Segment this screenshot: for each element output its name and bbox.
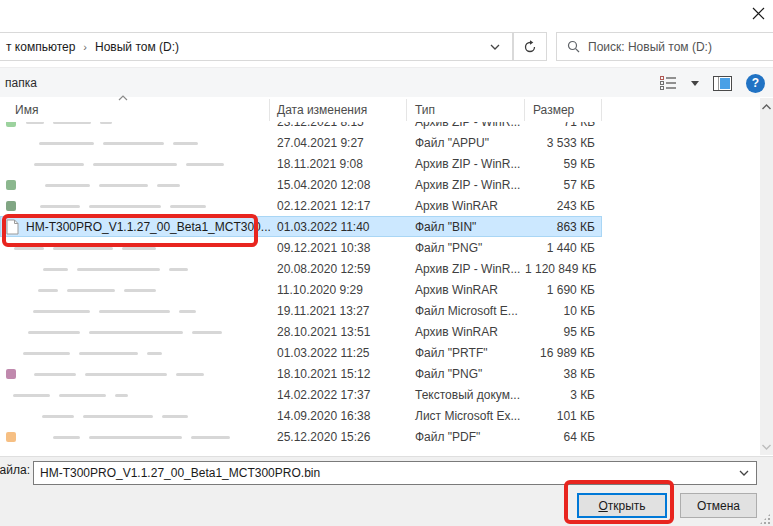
breadcrumb-separator-icon: ›: [81, 41, 89, 53]
close-button[interactable]: [746, 2, 770, 24]
file-row[interactable]: 19.11.2021 13:27 Файл Microsoft E... 10 …: [0, 300, 602, 321]
file-type: Архив ZIP - WinR...: [407, 178, 525, 192]
resize-grip[interactable]: [759, 513, 771, 525]
file-row[interactable]: 25.12.2020 15:26 Файл "PDF" 64 КБ: [0, 426, 602, 447]
close-icon: [752, 7, 765, 20]
help-icon[interactable]: ?: [746, 74, 765, 93]
search-icon: [567, 40, 580, 53]
redacted-name: [13, 388, 137, 402]
file-size: 1 440 КБ: [525, 241, 602, 255]
file-row[interactable]: 02.12.2021 12:17 Архив WinRAR 243 КБ: [0, 195, 602, 216]
search-box[interactable]: Поиск: Новый том (D:): [556, 32, 773, 61]
file-type: Архив ZIP - WinR...: [407, 157, 525, 171]
file-row[interactable]: 14.09.2020 16:38 Лист Microsoft Ex... 10…: [0, 405, 602, 426]
refresh-icon: [523, 40, 537, 54]
cancel-button[interactable]: Отмена: [680, 493, 757, 518]
file-type: Архив ZIP - WinR...: [407, 122, 525, 129]
file-type: Лист Microsoft Ex...: [407, 409, 525, 423]
file-size: 101 КБ: [525, 409, 602, 423]
redacted-name: [34, 367, 213, 381]
file-type: Файл "PNG": [407, 241, 525, 255]
vertical-scrollbar[interactable]: [760, 98, 773, 455]
column-header-name[interactable]: Имя: [0, 99, 270, 121]
list-view-icon[interactable]: [660, 76, 677, 90]
redacted-name: [42, 409, 197, 423]
filename-dropdown-button[interactable]: [732, 462, 756, 484]
preview-pane-icon[interactable]: [713, 76, 732, 91]
file-row[interactable]: 27.04.2021 9:27 Файл "APPU" 3 533 КБ: [0, 132, 602, 153]
view-options-chevron-icon[interactable]: [691, 81, 699, 86]
sort-ascending-icon[interactable]: [118, 95, 128, 101]
file-size: 64 КБ: [525, 430, 602, 444]
redacted-name: [43, 262, 197, 276]
file-type: Файл "PNG": [407, 367, 525, 381]
file-row[interactable]: 20.08.2020 12:59 Архив ZIP - WinR... 1 1…: [0, 258, 602, 279]
column-header-date[interactable]: Дата изменения: [270, 99, 407, 121]
file-row[interactable]: 18.10.2021 15:12 Файл "PNG" 38 КБ: [0, 363, 602, 384]
file-type: Архив WinRAR: [407, 325, 525, 339]
file-date: 20.08.2020 12:59: [270, 262, 407, 276]
redacted-name: [53, 430, 239, 444]
file-date: 14.02.2022 17:37: [270, 388, 407, 402]
filename-input[interactable]: [34, 466, 732, 480]
file-date: 15.04.2020 12:08: [270, 178, 407, 192]
breadcrumb[interactable]: т компьютер › Новый том (D:): [0, 32, 513, 61]
new-folder-button[interactable]: папка: [0, 76, 37, 90]
file-type: Файл Microsoft E...: [407, 304, 525, 318]
redacted-name: [26, 122, 121, 129]
file-date: 18.10.2021 15:12: [270, 367, 407, 381]
address-dropdown-button[interactable]: [484, 33, 506, 60]
breadcrumb-item-drive[interactable]: Новый том (D:): [89, 40, 185, 54]
refresh-button[interactable]: [513, 32, 547, 61]
column-header-type[interactable]: Тип: [407, 99, 525, 121]
filename-combobox[interactable]: [33, 461, 757, 485]
search-input[interactable]: Поиск: Новый том (D:): [588, 40, 712, 54]
file-size: 243 КБ: [525, 199, 602, 213]
redacted-name: [33, 304, 205, 318]
file-list[interactable]: 23.12.2021 8:15 Архив ZIP - WinR... 71 К…: [0, 122, 760, 455]
file-date: 11.10.2020 9:29: [270, 283, 407, 297]
file-row[interactable]: 28.10.2021 13:51 Архив WinRAR 95 КБ: [0, 321, 602, 342]
file-name-cell: [0, 342, 270, 363]
file-date: 14.09.2020 16:38: [270, 409, 407, 423]
file-date: 09.12.2021 10:38: [270, 241, 407, 255]
file-row[interactable]: 09.12.2021 10:38 Файл "PNG" 1 440 КБ: [0, 237, 602, 258]
file-date: 01.03.2022 11:25: [270, 346, 407, 360]
file-size: 863 КБ: [525, 220, 602, 234]
file-row[interactable]: 11.10.2020 9:29 Архив WinRAR 1 690 КБ: [0, 279, 602, 300]
file-row[interactable]: 01.03.2022 11:25 Файл "PRTF" 16 989 КБ: [0, 342, 602, 363]
file-name-cell: [0, 132, 270, 153]
file-row[interactable]: 23.12.2021 8:15 Архив ZIP - WinR... 71 К…: [0, 122, 602, 132]
file-size: 57 КБ: [525, 178, 602, 192]
dialog-footer: файла: Открыть Отмена: [0, 456, 773, 526]
file-name-cell: [0, 405, 270, 426]
file-row[interactable]: HM-T300PRO_V1.1.27_00_Beta1_MCT300... 01…: [0, 216, 602, 237]
redacted-name: [14, 241, 165, 255]
file-type: Файл "PRTF": [407, 346, 525, 360]
scroll-down-icon[interactable]: [760, 440, 773, 453]
redacted-name: [28, 325, 231, 339]
file-name-cell: [0, 426, 270, 447]
file-date: 27.04.2021 9:27: [270, 136, 407, 150]
file-row[interactable]: 14.02.2022 17:37 Текстовый докум... 3 КБ: [0, 384, 602, 405]
file-name-cell: [0, 384, 270, 405]
filename-label: файла:: [0, 463, 30, 477]
file-row[interactable]: 15.04.2020 12:08 Архив ZIP - WinR... 57 …: [0, 174, 602, 195]
column-header-size[interactable]: Размер: [525, 99, 602, 121]
breadcrumb-item-computer[interactable]: т компьютер: [0, 40, 81, 54]
file-date: 01.03.2022 11:40: [270, 220, 407, 234]
scroll-up-icon[interactable]: [760, 100, 773, 113]
file-type: Архив ZIP - WinR...: [407, 262, 525, 276]
redacted-name: [38, 283, 165, 297]
file-name-cell: [0, 153, 270, 174]
file-type: Файл "APPU": [407, 136, 525, 150]
file-name-cell: [0, 174, 270, 195]
file-row[interactable]: 18.11.2021 9:08 Архив ZIP - WinR... 59 К…: [0, 153, 602, 174]
redacted-name: [39, 136, 207, 150]
file-icon-remnant: [6, 201, 16, 211]
open-button[interactable]: Открыть: [577, 493, 667, 518]
chevron-down-icon: [490, 44, 500, 50]
file-type: Файл "BIN": [407, 220, 525, 234]
document-icon: [6, 219, 19, 235]
file-size: 1 690 КБ: [525, 283, 602, 297]
